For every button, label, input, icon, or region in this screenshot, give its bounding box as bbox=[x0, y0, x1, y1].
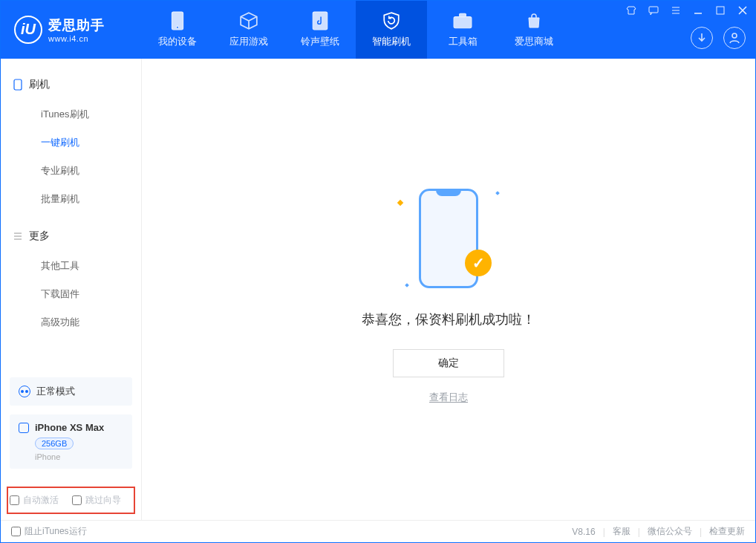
music-file-icon bbox=[310, 11, 330, 30]
main-panel: ✓ 恭喜您，保资料刷机成功啦！ 确定 查看日志 bbox=[142, 59, 755, 520]
skin-icon[interactable] bbox=[625, 4, 637, 16]
svg-rect-6 bbox=[717, 7, 724, 14]
version-label: V8.16 bbox=[572, 527, 595, 537]
tab-ringtones-wallpapers[interactable]: 铃声壁纸 bbox=[284, 1, 356, 59]
device-mode-card[interactable]: 正常模式 bbox=[10, 377, 132, 406]
brand: iU 爱思助手 www.i4.cn bbox=[1, 1, 142, 59]
options-box-highlighted: 自动激活 跳过向导 bbox=[7, 487, 135, 514]
svg-point-1 bbox=[176, 26, 178, 28]
feedback-icon[interactable] bbox=[648, 4, 659, 16]
checkbox-skip-guide-input[interactable] bbox=[72, 495, 82, 505]
briefcase-icon bbox=[453, 11, 472, 30]
tab-toolbox[interactable]: 工具箱 bbox=[427, 1, 498, 59]
sidebar: 刷机 iTunes刷机 一键刷机 专业刷机 批量刷机 更多 其他工具 下载固件 … bbox=[1, 59, 142, 520]
success-illustration: ✓ bbox=[389, 175, 508, 294]
link-check-update[interactable]: 检查更新 bbox=[709, 525, 745, 538]
status-bar: 阻止iTunes运行 V8.16 | 客服 | 微信公众号 | 检查更新 bbox=[1, 520, 755, 542]
tab-store[interactable]: 爱思商城 bbox=[498, 1, 570, 59]
sidebar-item-oneclick-flash[interactable]: 一键刷机 bbox=[1, 129, 141, 157]
user-account-button[interactable] bbox=[723, 27, 746, 49]
minimize-icon[interactable] bbox=[692, 4, 704, 16]
tab-smart-flash[interactable]: 智能刷机 bbox=[356, 1, 427, 59]
bag-icon bbox=[524, 11, 544, 30]
link-support[interactable]: 客服 bbox=[613, 525, 630, 538]
phone-icon bbox=[168, 11, 187, 30]
device-name: iPhone XS Max bbox=[35, 422, 104, 433]
menu-icon[interactable] bbox=[670, 4, 682, 16]
svg-rect-8 bbox=[14, 79, 22, 90]
cube-icon bbox=[239, 11, 258, 30]
tab-apps-games[interactable]: 应用游戏 bbox=[213, 1, 284, 59]
app-name: 爱思助手 bbox=[48, 16, 105, 34]
checkbox-block-itunes[interactable]: 阻止iTunes运行 bbox=[11, 525, 87, 538]
checkbox-auto-activate[interactable]: 自动激活 bbox=[10, 494, 59, 507]
download-button[interactable] bbox=[691, 27, 713, 49]
phone-outline-icon bbox=[13, 79, 23, 90]
checkbox-block-itunes-input[interactable] bbox=[11, 527, 21, 536]
hamburger-icon bbox=[13, 231, 23, 241]
device-icon bbox=[19, 423, 29, 433]
window-controls bbox=[625, 4, 749, 16]
view-log-link[interactable]: 查看日志 bbox=[429, 391, 468, 404]
svg-rect-5 bbox=[649, 7, 658, 13]
refresh-shield-icon bbox=[382, 11, 401, 30]
check-badge-icon: ✓ bbox=[465, 250, 492, 276]
close-icon[interactable] bbox=[737, 4, 749, 16]
svg-rect-3 bbox=[454, 17, 472, 28]
device-type: iPhone bbox=[35, 452, 123, 461]
maximize-icon[interactable] bbox=[714, 4, 726, 16]
mode-icon bbox=[19, 386, 30, 397]
device-card[interactable]: iPhone XS Max 256GB iPhone bbox=[10, 414, 132, 469]
app-logo-icon: iU bbox=[14, 16, 42, 44]
title-bar: iU 爱思助手 www.i4.cn 我的设备 应用游戏 铃声壁纸 智能刷机 工具… bbox=[1, 1, 755, 59]
svg-rect-4 bbox=[460, 13, 466, 16]
success-message: 恭喜您，保资料刷机成功啦！ bbox=[362, 310, 535, 328]
checkbox-auto-activate-input[interactable] bbox=[10, 495, 19, 505]
checkbox-skip-guide[interactable]: 跳过向导 bbox=[72, 494, 121, 507]
sidebar-group-flash: 刷机 bbox=[1, 72, 141, 100]
device-mode-label: 正常模式 bbox=[36, 385, 75, 398]
svg-rect-2 bbox=[313, 12, 328, 30]
sidebar-item-download-firmware[interactable]: 下载固件 bbox=[1, 280, 141, 308]
sidebar-group-more: 更多 bbox=[1, 224, 141, 252]
sidebar-item-itunes-flash[interactable]: iTunes刷机 bbox=[1, 100, 141, 129]
svg-point-7 bbox=[732, 33, 737, 38]
device-storage-badge: 256GB bbox=[35, 438, 74, 449]
sidebar-item-advanced[interactable]: 高级功能 bbox=[1, 308, 141, 336]
sidebar-item-pro-flash[interactable]: 专业刷机 bbox=[1, 157, 141, 185]
app-url: www.i4.cn bbox=[48, 34, 105, 43]
sidebar-item-batch-flash[interactable]: 批量刷机 bbox=[1, 185, 141, 213]
link-wechat[interactable]: 微信公众号 bbox=[648, 525, 692, 538]
confirm-button[interactable]: 确定 bbox=[393, 349, 504, 377]
tab-my-device[interactable]: 我的设备 bbox=[142, 1, 213, 59]
sidebar-item-other-tools[interactable]: 其他工具 bbox=[1, 252, 141, 280]
